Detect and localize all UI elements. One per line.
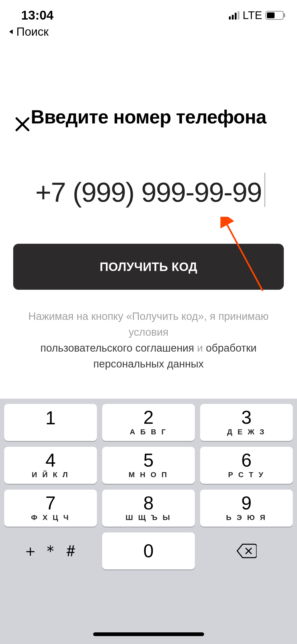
battery-icon xyxy=(265,11,284,20)
signal-icon xyxy=(229,11,239,20)
backspace-icon xyxy=(237,544,257,558)
status-bar: 13:04 LTE xyxy=(0,0,297,25)
key-7[interactable]: 7 Ф Х Ц Ч xyxy=(4,490,97,527)
key-9[interactable]: 9 Ь Э Ю Я xyxy=(200,490,293,527)
page-title: Введите номер телефона xyxy=(0,106,297,128)
user-agreement-link[interactable]: пользовательского соглашения xyxy=(40,342,194,354)
back-label: Поиск xyxy=(16,25,49,38)
terms-text: Нажимая на кнопку «Получить код», я прин… xyxy=(0,308,297,372)
network-label: LTE xyxy=(243,9,262,22)
back-triangle-icon xyxy=(8,28,15,35)
terms-conjunction: и xyxy=(194,342,206,354)
key-backspace[interactable] xyxy=(200,532,293,569)
key-6[interactable]: 6 Р С Т У xyxy=(200,447,293,484)
status-right: LTE xyxy=(229,9,284,22)
key-5[interactable]: 5 М Н О П xyxy=(102,447,195,484)
close-button[interactable] xyxy=(15,116,30,132)
key-symbols[interactable]: ＋ ＊ ＃ xyxy=(4,532,97,569)
home-indicator[interactable] xyxy=(93,632,204,636)
get-code-button[interactable]: ПОЛУЧИТЬ КОД xyxy=(13,244,284,290)
close-icon xyxy=(15,116,30,132)
numeric-keyboard: 1 2 А Б В Г 3 Д Е Ж З 4 И Й К Л 5 М Н О … xyxy=(0,399,297,644)
phone-value: +7 (999) 999-99-99 xyxy=(35,177,262,208)
terms-prefix: Нажимая на кнопку «Получить код», я прин… xyxy=(28,310,268,338)
key-4[interactable]: 4 И Й К Л xyxy=(4,447,97,484)
key-0[interactable]: 0 xyxy=(102,532,195,569)
back-to-search[interactable]: Поиск xyxy=(0,25,297,44)
key-2[interactable]: 2 А Б В Г xyxy=(102,404,195,441)
status-time: 13:04 xyxy=(21,8,54,22)
key-1[interactable]: 1 xyxy=(4,404,97,441)
phone-input[interactable]: +7 (999) 999-99-99 xyxy=(0,177,297,208)
key-3[interactable]: 3 Д Е Ж З xyxy=(200,404,293,441)
key-8[interactable]: 8 Ш Щ Ъ Ы xyxy=(102,490,195,527)
